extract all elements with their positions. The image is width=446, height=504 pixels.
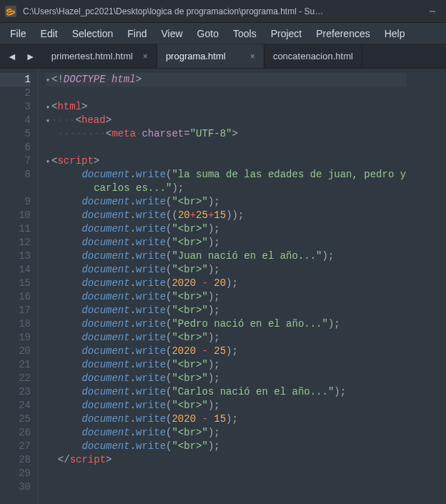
code-line[interactable]: ▾····<head> [46, 114, 406, 127]
code-line[interactable]: document.write("<br>"); [46, 195, 406, 209]
fold-icon[interactable]: ▾ [46, 101, 50, 114]
line-number: 21 [0, 358, 31, 372]
tabs-host: primertest.html.html×programa.html×conca… [43, 44, 446, 68]
code-line[interactable]: document.write("<br>"); [46, 426, 406, 440]
code-line[interactable]: document.write("<br>"); [46, 304, 406, 317]
window-controls [423, 4, 442, 19]
app-logo-icon [4, 5, 17, 18]
line-number: 13 [0, 249, 31, 263]
code-line[interactable]: document.write("<br>"); [46, 358, 406, 372]
code-line[interactable]: document.write("Juan nació en el año..."… [46, 249, 406, 263]
menu-view[interactable]: View [154, 25, 190, 42]
code-line[interactable] [46, 467, 406, 480]
line-number: 9 [0, 195, 31, 209]
code-line[interactable]: document.write((20+25+15)); [46, 209, 406, 222]
line-number: 27 [0, 440, 31, 453]
menu-edit[interactable]: Edit [34, 25, 65, 42]
tab-label: primertest.html.html [51, 51, 133, 61]
code-line[interactable]: document.write("<br>"); [46, 331, 406, 345]
menu-file[interactable]: File [3, 25, 34, 42]
line-number: 10 [0, 209, 31, 222]
menu-help[interactable]: Help [377, 25, 412, 42]
line-number: 1 [0, 73, 31, 87]
close-icon[interactable]: × [250, 51, 255, 61]
line-number: 17 [0, 304, 31, 317]
code-line[interactable]: document.write("la suma de las edades de… [46, 168, 406, 195]
line-number: 22 [0, 372, 31, 385]
menu-find[interactable]: Find [120, 25, 154, 42]
line-number: 30 [0, 480, 31, 494]
code-line[interactable]: document.write("<br>"); [46, 372, 406, 385]
tab-programa-html[interactable]: programa.html× [157, 44, 264, 68]
line-number: 12 [0, 236, 31, 249]
code-line[interactable]: document.write("<br>"); [46, 440, 406, 453]
code-line[interactable]: document.write(2020 - 20); [46, 277, 406, 290]
line-number: 8 [0, 168, 31, 195]
line-number: 14 [0, 263, 31, 277]
code-line[interactable]: document.write("<br>"); [46, 222, 406, 236]
line-number: 19 [0, 331, 31, 345]
menubar: FileEditSelectionFindViewGotoToolsProjec… [0, 23, 446, 44]
code-area[interactable]: ▾<!DOCTYPE·html> ▾<html>▾····<head> ····… [39, 69, 406, 504]
tab-nav: ◄ ► [0, 44, 43, 68]
line-number: 25 [0, 412, 31, 426]
minimize-button[interactable] [423, 4, 442, 19]
menu-goto[interactable]: Goto [190, 25, 226, 42]
code-line[interactable]: document.write("Carlos nació en el año..… [46, 385, 406, 399]
menu-preferences[interactable]: Preferences [309, 25, 377, 42]
line-number: 29 [0, 467, 31, 480]
line-number: 4 [0, 114, 31, 127]
line-number: 7 [0, 154, 31, 168]
line-number: 5 [0, 127, 31, 141]
code-line[interactable]: document.write(2020 - 15); [46, 412, 406, 426]
code-line[interactable]: ▾<!DOCTYPE·html> [46, 73, 406, 87]
code-line[interactable]: document.write(2020 - 25); [46, 345, 406, 358]
line-number: 20 [0, 345, 31, 358]
code-line[interactable]: ········<meta·charset="UTF-8"> [46, 127, 406, 141]
line-number: 6 [0, 141, 31, 154]
code-line[interactable]: document.write("<br>"); [46, 290, 406, 304]
fold-icon[interactable]: ▾ [46, 114, 50, 128]
code-line[interactable]: document.write("Pedro nació en el año...… [46, 317, 406, 331]
tab-label: programa.html [166, 51, 240, 61]
line-number: 11 [0, 222, 31, 236]
tab-concatenacion-html[interactable]: concatenacion.html [264, 44, 362, 68]
tab-label: concatenacion.html [273, 51, 353, 61]
code-line[interactable]: document.write("<br>"); [46, 263, 406, 277]
editor[interactable]: 1234567891011121314151617181920212223242… [0, 69, 446, 504]
code-line[interactable] [46, 141, 406, 154]
code-line[interactable]: </script> [46, 453, 406, 467]
line-number: 15 [0, 277, 31, 290]
tabbar: ◄ ► primertest.html.html×programa.html×c… [0, 44, 446, 69]
line-number: 23 [0, 385, 31, 399]
code-line[interactable]: ▾<html> [46, 100, 406, 114]
fold-icon[interactable]: ▾ [46, 74, 50, 87]
tab-back-button[interactable]: ◄ [4, 49, 20, 64]
code-line[interactable]: document.write("<br>"); [46, 399, 406, 412]
close-icon[interactable]: × [143, 51, 148, 61]
menu-project[interactable]: Project [264, 25, 309, 42]
window-title: C:\Users\Hazel_pc2021\Desktop\logica de … [23, 6, 423, 16]
menu-tools[interactable]: Tools [226, 25, 264, 42]
tab-forward-button[interactable]: ► [23, 49, 39, 64]
gutter: 1234567891011121314151617181920212223242… [0, 69, 39, 504]
menu-selection[interactable]: Selection [65, 25, 121, 42]
line-number: 28 [0, 453, 31, 467]
line-number: 3 [0, 100, 31, 114]
line-number: 18 [0, 317, 31, 331]
code-line[interactable]: document.write("<br>"); [46, 236, 406, 249]
tab-primertest-html-html[interactable]: primertest.html.html× [43, 44, 157, 68]
titlebar: C:\Users\Hazel_pc2021\Desktop\logica de … [0, 0, 446, 23]
line-number: 26 [0, 426, 31, 440]
line-number: 16 [0, 290, 31, 304]
code-line[interactable] [46, 87, 406, 100]
code-line[interactable] [46, 480, 406, 494]
fold-icon[interactable]: ▾ [46, 155, 50, 169]
line-number: 2 [0, 87, 31, 100]
code-line[interactable]: ▾<script> [46, 154, 406, 168]
line-number: 24 [0, 399, 31, 412]
